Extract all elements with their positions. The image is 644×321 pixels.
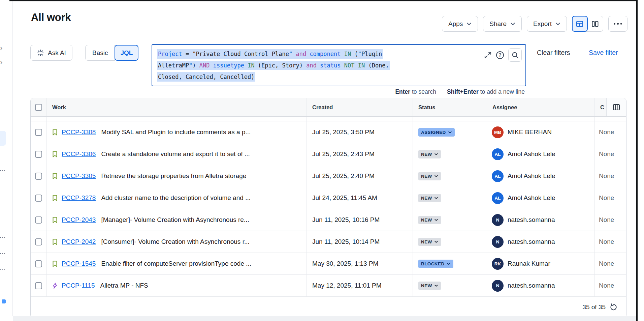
created-cell: Jun 11, 2025, 10:16 PM <box>307 209 413 231</box>
assignee-name: Amol Ashok Lele <box>508 150 555 158</box>
story-icon <box>52 195 58 202</box>
row-select-cell <box>31 253 47 274</box>
jql-token: and <box>292 51 310 57</box>
search-icon <box>511 51 519 59</box>
status-badge[interactable]: NEW <box>418 238 441 246</box>
status-cell: NEW <box>413 209 487 231</box>
issue-key-link[interactable]: PCCP-2042 <box>62 238 96 245</box>
status-badge[interactable]: BLOCKED <box>418 260 453 268</box>
avatar: N <box>492 214 504 226</box>
table-header: WorkCreatedStatusAssigneeC <box>31 98 626 117</box>
clear-filters-button[interactable]: Clear filters <box>535 49 572 57</box>
sidebar-item-partial[interactable]: … <box>0 232 6 239</box>
assignee-cell: Nnatesh.somanna <box>487 209 595 231</box>
detail-view-button[interactable] <box>588 16 603 31</box>
share-button[interactable]: Share <box>483 16 522 32</box>
row-checkbox[interactable] <box>35 216 42 224</box>
chevron-right-icon[interactable]: › <box>0 45 2 52</box>
jql-editor[interactable]: Project = "Private Cloud Control Plane" … <box>152 44 526 86</box>
ask-ai-label: Ask AI <box>48 49 66 57</box>
jql-mode-button[interactable]: JQL <box>115 45 138 61</box>
row-checkbox[interactable] <box>35 129 42 136</box>
avatar: N <box>492 236 504 248</box>
status-badge[interactable]: ASSIGNED <box>418 128 455 137</box>
chevron-down-icon <box>434 218 438 222</box>
row-checkbox[interactable] <box>35 238 42 245</box>
ask-ai-button[interactable]: Ask AI <box>30 45 72 61</box>
column-header-created: Created <box>307 98 413 116</box>
jql-token: status <box>320 62 341 69</box>
assignee-name: natesh.somanna <box>508 216 555 224</box>
jql-selected-text: AlletraMP") AND issuetype IN (Epic, Stor… <box>157 61 390 70</box>
search-button[interactable] <box>508 48 522 62</box>
sidebar-item-partial[interactable]: … <box>0 165 6 173</box>
row-checkbox[interactable] <box>35 195 42 202</box>
sidebar-active-item[interactable] <box>0 131 6 146</box>
jql-token: AlletraMP") <box>158 62 196 69</box>
work-cell: PCCP-2042[Consumer]- Volume Creation wit… <box>47 231 307 253</box>
issue-key-link[interactable]: PCCP-1545 <box>62 260 96 267</box>
page-title: All work <box>31 11 71 24</box>
status-cell: NEW <box>413 143 487 165</box>
column-header-label: Status <box>418 104 435 111</box>
status-badge[interactable]: NEW <box>418 194 441 202</box>
more-actions-button[interactable] <box>608 16 627 32</box>
status-label: ASSIGNED <box>421 130 446 135</box>
chevron-right-icon[interactable]: › <box>0 59 2 66</box>
row-checkbox[interactable] <box>35 151 42 158</box>
empty-cell <box>307 117 413 121</box>
table-row[interactable]: PCCP-3308Modify SAL and Plugin to includ… <box>31 121 626 143</box>
select-all-checkbox[interactable] <box>35 104 42 111</box>
issue-key-link[interactable]: PCCP-1115 <box>62 282 95 289</box>
row-select-cell <box>31 165 47 187</box>
issue-key-link[interactable]: PCCP-3308 <box>62 128 96 136</box>
row-checkbox[interactable] <box>35 260 42 267</box>
jql-token: (Done, <box>368 62 389 69</box>
table-view-button[interactable] <box>572 16 588 32</box>
table-row[interactable]: PCCP-1115Alletra MP - NFSMay 12, 2025, 1… <box>31 275 626 297</box>
sidebar-item-partial[interactable]: … <box>0 264 6 272</box>
issue-key-link[interactable]: PCCP-3278 <box>62 194 96 202</box>
avatar: N <box>492 280 504 292</box>
empty-cell <box>595 117 626 121</box>
chevron-down-icon <box>466 22 472 26</box>
table-row[interactable]: PCCP-3306Create a standalone volume and … <box>31 143 626 165</box>
status-badge[interactable]: NEW <box>418 150 441 158</box>
jql-selected-text: Project = "Private Cloud Control Plane" … <box>157 49 383 59</box>
chevron-down-icon <box>448 131 452 134</box>
refresh-button[interactable] <box>610 303 617 311</box>
sidebar-item-partial[interactable]: … <box>0 248 6 256</box>
extra-column-cell: None <box>595 143 626 165</box>
table-row[interactable]: PCCP-3278Add cluster name to the descrip… <box>31 187 626 209</box>
status-label: NEW <box>421 283 432 288</box>
table-row[interactable]: PCCP-1545Enable filter of computeServer … <box>31 253 626 275</box>
issue-key-link[interactable]: PCCP-3305 <box>62 172 96 180</box>
assignee-cell: MBMIKE BERHAN <box>487 121 595 143</box>
help-icon[interactable]: ? <box>496 51 504 59</box>
table-row[interactable]: PCCP-2043[Manager]- Volume Creation with… <box>31 209 626 231</box>
save-filter-button[interactable]: Save filter <box>587 49 620 57</box>
table-row[interactable]: PCCP-3305Retrieve the storage properties… <box>31 165 626 187</box>
basic-mode-button[interactable]: Basic <box>85 45 115 61</box>
status-badge[interactable]: NEW <box>418 216 441 224</box>
issue-key-link[interactable]: PCCP-2043 <box>62 216 96 224</box>
row-checkbox[interactable] <box>35 282 42 289</box>
chevron-down-icon <box>434 284 438 287</box>
status-badge[interactable]: NEW <box>418 282 441 290</box>
apps-button[interactable]: Apps <box>442 16 478 32</box>
issue-key-link[interactable]: PCCP-3306 <box>62 150 96 158</box>
table-row[interactable]: PCCP-2042[Consumer]- Volume Creation wit… <box>31 231 626 253</box>
assignee-cell: RKRaunak Kumar <box>487 253 595 274</box>
issue-title: [Consumer]- Volume Creation with Asynchr… <box>101 238 249 245</box>
sidebar-item-partial[interactable] <box>2 299 6 303</box>
export-button[interactable]: Export <box>527 16 567 32</box>
status-badge[interactable]: NEW <box>418 172 441 180</box>
jql-token: Project <box>158 51 182 57</box>
expand-icon[interactable] <box>484 51 492 59</box>
extra-column-cell: None <box>595 165 626 187</box>
assignee-name: Amol Ashok Lele <box>508 172 555 180</box>
columns-settings-button[interactable] <box>606 98 626 116</box>
row-select-cell <box>31 231 47 253</box>
row-select-cell <box>31 121 47 143</box>
row-checkbox[interactable] <box>35 173 42 180</box>
